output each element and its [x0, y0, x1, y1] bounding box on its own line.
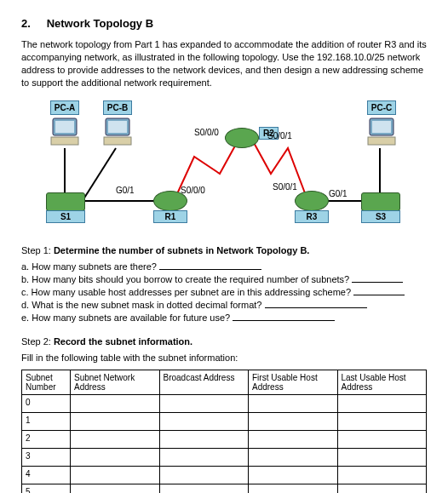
router-r3-label: R3 — [295, 210, 329, 223]
step1-e-text: e. How many subnets are available for fu… — [21, 312, 230, 323]
heading-number: 2. — [21, 17, 43, 30]
if-r2-s000: S0/0/0 — [194, 128, 219, 137]
step1-q-a: a. How many subnets are there? — [21, 261, 427, 272]
step1-d-text: d. What is the new subnet mask in dotted… — [21, 300, 261, 310]
step1-c-text: c. How many usable host addresses per su… — [21, 287, 351, 297]
pc-b: PC-B — [94, 100, 141, 147]
step1-q-c: c. How many usable host addresses per su… — [21, 286, 427, 297]
table-row: 1 — [22, 413, 427, 431]
svg-rect-18 — [372, 121, 391, 133]
router-r2: R2 — [225, 128, 259, 148]
topology-diagram: PC-A PC-B PC-C S1 S3 R1 R2 R3 G0/1 S0/0/… — [24, 97, 424, 233]
switch-s1-label: S1 — [46, 210, 85, 223]
if-r2-s001: S0/0/1 — [267, 131, 292, 140]
if-r1-g01: G0/1 — [116, 186, 135, 195]
router-r3: R3 — [295, 191, 329, 211]
svg-rect-13 — [51, 137, 78, 145]
step1-title: Determine the number of subnets in Netwo… — [54, 245, 310, 255]
th-broadcast-address: Broadcast Address — [159, 370, 249, 395]
table-row: 0 — [22, 395, 427, 413]
step1-a-text: a. How many subnets are there? — [21, 261, 157, 272]
blank-line — [233, 312, 335, 321]
th-network-address: Subnet Network Address — [71, 370, 160, 395]
blank-line — [265, 299, 367, 308]
cell-subnet-num: 2 — [22, 431, 71, 449]
svg-rect-15 — [108, 121, 127, 133]
table-row: 2 — [22, 431, 427, 449]
subnet-table: Subnet Number Subnet Network Address Bro… — [21, 370, 427, 493]
table-row: 5 — [22, 484, 427, 493]
step1-q-d: d. What is the new subnet mask in dotted… — [21, 299, 427, 310]
step2-prefix: Step 2: — [21, 336, 54, 347]
blank-line — [352, 273, 403, 283]
table-header-row: Subnet Number Subnet Network Address Bro… — [22, 370, 427, 395]
blank-line — [159, 261, 261, 270]
cell-subnet-num: 4 — [22, 467, 71, 484]
step2-instruction: Fill in the following table with the sub… — [21, 352, 427, 364]
th-last-usable: Last Usable Host Address — [337, 370, 427, 395]
pc-a: PC-A — [41, 100, 89, 147]
table-row: 4 — [22, 467, 427, 484]
th-subnet-number: Subnet Number — [22, 370, 71, 395]
step1-q-e: e. How many subnets are available for fu… — [21, 312, 427, 323]
cell-subnet-num: 0 — [22, 395, 71, 413]
step1-prefix: Step 1: — [21, 245, 54, 255]
step1-b-text: b. How many bits should you borrow to cr… — [21, 274, 349, 284]
switch-s1: S1 — [46, 192, 85, 211]
pc-a-label: PC-A — [50, 100, 79, 115]
switch-s3: S3 — [361, 192, 400, 211]
cell-subnet-num: 1 — [22, 413, 71, 431]
cell-subnet-num: 3 — [22, 449, 71, 467]
step1-heading: Step 1: Determine the number of subnets … — [21, 245, 427, 255]
svg-rect-16 — [104, 137, 131, 145]
pc-b-label: PC-B — [103, 100, 132, 115]
heading-title: Network Topology B — [47, 17, 153, 30]
table-row: 3 — [22, 449, 427, 467]
blank-line — [353, 286, 405, 295]
svg-rect-19 — [368, 137, 395, 145]
cell-subnet-num: 5 — [22, 484, 71, 493]
svg-line-1 — [83, 148, 116, 199]
switch-s3-label: S3 — [361, 210, 400, 223]
section-heading: 2. Network Topology B — [21, 17, 427, 30]
step2-title: Record the subnet information. — [54, 336, 192, 347]
th-first-usable: First Usable Host Address — [249, 370, 338, 395]
router-r1-label: R1 — [153, 210, 187, 223]
intro-paragraph: The network topology from Part 1 has exp… — [21, 38, 427, 89]
step1-q-b: b. How many bits should you borrow to cr… — [21, 273, 427, 284]
if-r3-s001: S0/0/1 — [273, 182, 297, 192]
if-r3-g01: G0/1 — [329, 189, 347, 198]
table-body: 0 1 2 3 4 5 6 7 — [22, 395, 427, 493]
step2-heading: Step 2: Record the subnet information. — [21, 336, 427, 347]
if-r1-s000: S0/0/0 — [181, 186, 205, 195]
pc-c-label: PC-C — [367, 100, 396, 115]
svg-rect-12 — [55, 121, 74, 133]
pc-c: PC-C — [358, 100, 405, 147]
